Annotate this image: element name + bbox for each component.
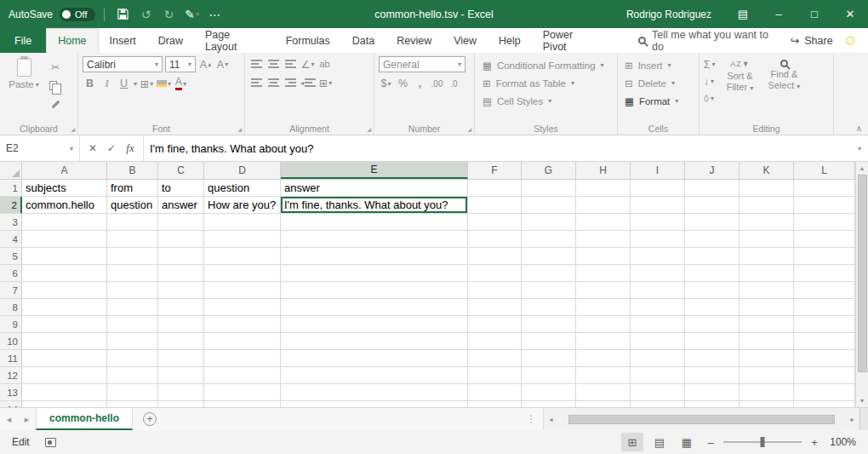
cell-K7[interactable] bbox=[740, 282, 794, 299]
cell-F12[interactable] bbox=[468, 367, 522, 384]
cell-F9[interactable] bbox=[468, 316, 522, 333]
cell-K8[interactable] bbox=[740, 299, 794, 316]
cell-H14[interactable] bbox=[576, 401, 631, 407]
format-painter-button[interactable] bbox=[47, 97, 64, 112]
column-header-F[interactable]: F bbox=[468, 162, 522, 179]
cell-I2[interactable] bbox=[631, 197, 685, 214]
view-normal-button[interactable]: ⊞ bbox=[621, 433, 643, 451]
cancel-button[interactable]: ✕ bbox=[84, 142, 101, 154]
cell-D2[interactable]: How are you? bbox=[204, 197, 281, 214]
scroll-up-button[interactable]: ▴ bbox=[856, 162, 868, 175]
cell-I9[interactable] bbox=[631, 316, 685, 333]
insert-cells-button[interactable]: ⊞Insert▾ bbox=[622, 56, 694, 74]
shrink-font-button[interactable]: A▾ bbox=[215, 57, 230, 72]
cell-A11[interactable] bbox=[22, 350, 107, 367]
column-header-H[interactable]: H bbox=[576, 162, 631, 179]
align-top-button[interactable] bbox=[249, 56, 264, 72]
horizontal-scroll-thumb[interactable] bbox=[568, 415, 835, 424]
align-center-button[interactable] bbox=[266, 75, 281, 90]
tab-review[interactable]: Review bbox=[385, 28, 443, 53]
cell-E2[interactable]: I'm fine, thanks. What about you? bbox=[281, 197, 468, 214]
cell-J1[interactable] bbox=[685, 180, 740, 197]
comma-format-button[interactable]: , bbox=[413, 76, 427, 91]
cell-D4[interactable] bbox=[204, 231, 281, 248]
zoom-out-button[interactable]: – bbox=[703, 436, 718, 449]
cell-styles-button[interactable]: ▤Cell Styles▾ bbox=[479, 92, 613, 110]
align-right-button[interactable] bbox=[283, 75, 298, 90]
cell-B5[interactable] bbox=[107, 248, 158, 265]
grow-font-button[interactable]: A▴ bbox=[198, 57, 213, 72]
scroll-right-button[interactable]: ▸ bbox=[845, 408, 859, 430]
cell-I11[interactable] bbox=[631, 350, 685, 367]
cell-D9[interactable] bbox=[204, 316, 281, 333]
cell-H12[interactable] bbox=[576, 367, 631, 384]
cell-D3[interactable] bbox=[204, 214, 281, 231]
cell-F8[interactable] bbox=[468, 299, 522, 316]
column-header-J[interactable]: J bbox=[685, 162, 740, 179]
cell-E12[interactable] bbox=[281, 367, 468, 384]
cell-G11[interactable] bbox=[522, 350, 576, 367]
cell-G9[interactable] bbox=[522, 316, 576, 333]
cell-I12[interactable] bbox=[631, 367, 685, 384]
tab-draw[interactable]: Draw bbox=[147, 28, 194, 53]
tab-home[interactable]: Home bbox=[46, 28, 98, 53]
dialog-launcher-icon[interactable]: ◢ bbox=[367, 126, 371, 132]
vertical-scroll-track[interactable] bbox=[856, 175, 868, 394]
cell-B4[interactable] bbox=[107, 231, 158, 248]
tab-scrollbar-splitter[interactable]: ⋮ bbox=[526, 413, 536, 425]
cell-G7[interactable] bbox=[522, 282, 576, 299]
cell-L12[interactable] bbox=[794, 367, 855, 384]
merge-center-button[interactable]: ⊞▾ bbox=[318, 75, 333, 90]
cell-G2[interactable] bbox=[522, 197, 576, 214]
cell-A10[interactable] bbox=[22, 333, 107, 350]
fill-color-button[interactable]: ▾ bbox=[157, 76, 171, 91]
cell-L4[interactable] bbox=[794, 231, 855, 248]
cell-A1[interactable]: subjects bbox=[22, 180, 107, 197]
format-cells-button[interactable]: ▦Format▾ bbox=[622, 92, 694, 110]
autosum-button[interactable]: Σ▾ bbox=[704, 57, 715, 72]
cell-L1[interactable] bbox=[794, 180, 855, 197]
sheet-next-button[interactable]: ▸ bbox=[18, 414, 36, 425]
fill-button[interactable]: ↓▾ bbox=[704, 74, 715, 89]
cell-K4[interactable] bbox=[740, 231, 794, 248]
cell-H3[interactable] bbox=[576, 214, 631, 231]
name-box[interactable]: E2▾ bbox=[0, 135, 80, 161]
cell-F1[interactable] bbox=[468, 180, 522, 197]
chevron-down-icon[interactable]: ▾ bbox=[134, 80, 137, 88]
cell-A4[interactable] bbox=[22, 231, 107, 248]
customize-quick-access-button[interactable]: ⋯ bbox=[205, 3, 226, 26]
cell-E6[interactable] bbox=[281, 265, 468, 282]
maximize-button[interactable]: □ bbox=[797, 0, 832, 28]
cell-C8[interactable] bbox=[158, 299, 204, 316]
bold-button[interactable]: B bbox=[83, 76, 97, 91]
cell-J5[interactable] bbox=[685, 248, 740, 265]
cell-L6[interactable] bbox=[794, 265, 855, 282]
cell-K2[interactable] bbox=[740, 197, 794, 214]
row-header-9[interactable]: 9 bbox=[0, 316, 22, 333]
align-bottom-button[interactable] bbox=[283, 56, 298, 72]
cell-F13[interactable] bbox=[468, 384, 522, 401]
cell-F14[interactable] bbox=[468, 401, 522, 407]
tell-me-box[interactable]: Tell me what you want to do bbox=[638, 28, 780, 53]
sheet-tab-common-hello[interactable]: common-hello bbox=[36, 408, 133, 430]
cell-C10[interactable] bbox=[158, 333, 204, 350]
cell-C7[interactable] bbox=[158, 282, 204, 299]
cell-K10[interactable] bbox=[740, 333, 794, 350]
cell-I6[interactable] bbox=[631, 265, 685, 282]
cell-J11[interactable] bbox=[685, 350, 740, 367]
cell-A2[interactable]: common.hello bbox=[22, 197, 107, 214]
cell-F6[interactable] bbox=[468, 265, 522, 282]
zoom-slider-thumb[interactable] bbox=[761, 437, 765, 447]
cell-J7[interactable] bbox=[685, 282, 740, 299]
cell-K11[interactable] bbox=[740, 350, 794, 367]
cell-E9[interactable] bbox=[281, 316, 468, 333]
cell-F3[interactable] bbox=[468, 214, 522, 231]
row-header-7[interactable]: 7 bbox=[0, 282, 22, 299]
cell-I1[interactable] bbox=[631, 180, 685, 197]
cell-B7[interactable] bbox=[107, 282, 158, 299]
tab-help[interactable]: Help bbox=[488, 28, 532, 53]
increase-decimal-button[interactable]: .00 bbox=[430, 76, 444, 91]
number-format-select[interactable]: General▾ bbox=[379, 56, 465, 72]
cell-E10[interactable] bbox=[281, 333, 468, 350]
cell-G13[interactable] bbox=[522, 384, 576, 401]
